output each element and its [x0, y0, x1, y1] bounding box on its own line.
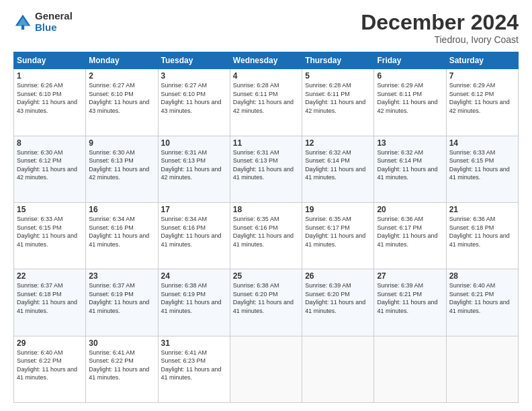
table-row: 7Sunrise: 6:29 AMSunset: 6:12 PMDaylight… [446, 69, 518, 136]
day-number: 3 [161, 71, 227, 81]
day-number: 16 [89, 205, 154, 214]
day-info: Sunrise: 6:35 AMSunset: 6:17 PMDaylight:… [305, 215, 371, 248]
day-number: 4 [233, 71, 299, 81]
logo-icon [13, 13, 32, 32]
calendar-week-row: 8Sunrise: 6:30 AMSunset: 6:12 PMDaylight… [14, 136, 519, 202]
day-info: Sunrise: 6:29 AMSunset: 6:11 PMDaylight:… [377, 81, 443, 115]
day-info: Sunrise: 6:26 AMSunset: 6:10 PMDaylight:… [17, 81, 83, 115]
table-row: 28Sunrise: 6:40 AMSunset: 6:21 PMDayligh… [446, 269, 518, 336]
table-row: 16Sunrise: 6:34 AMSunset: 6:16 PMDayligh… [86, 202, 158, 269]
day-info: Sunrise: 6:39 AMSunset: 6:20 PMDaylight:… [305, 281, 371, 315]
day-info: Sunrise: 6:40 AMSunset: 6:22 PMDaylight:… [17, 349, 83, 382]
main-title: December 2024 [361, 11, 519, 34]
table-row: 18Sunrise: 6:35 AMSunset: 6:16 PMDayligh… [230, 202, 302, 269]
table-row: 9Sunrise: 6:30 AMSunset: 6:13 PMDaylight… [86, 136, 158, 202]
calendar-week-row: 29Sunrise: 6:40 AMSunset: 6:22 PMDayligh… [14, 336, 519, 402]
table-row: 15Sunrise: 6:33 AMSunset: 6:15 PMDayligh… [14, 202, 86, 269]
day-number: 8 [17, 138, 83, 148]
svg-rect-2 [21, 25, 24, 30]
day-number: 24 [161, 271, 227, 281]
day-number: 21 [449, 205, 515, 214]
table-row: 13Sunrise: 6:32 AMSunset: 6:14 PMDayligh… [374, 136, 446, 202]
day-number: 23 [89, 271, 154, 281]
table-row: 22Sunrise: 6:37 AMSunset: 6:18 PMDayligh… [14, 269, 86, 336]
table-row: 30Sunrise: 6:41 AMSunset: 6:22 PMDayligh… [86, 336, 158, 402]
table-row: 17Sunrise: 6:34 AMSunset: 6:16 PMDayligh… [158, 202, 230, 269]
table-row: 31Sunrise: 6:41 AMSunset: 6:23 PMDayligh… [158, 336, 230, 402]
col-monday: Monday [86, 52, 158, 69]
day-number: 13 [377, 138, 443, 148]
day-number: 25 [233, 271, 299, 281]
table-row: 25Sunrise: 6:38 AMSunset: 6:20 PMDayligh… [230, 269, 302, 336]
day-info: Sunrise: 6:31 AMSunset: 6:13 PMDaylight:… [161, 148, 227, 182]
day-info: Sunrise: 6:41 AMSunset: 6:23 PMDaylight:… [161, 349, 227, 382]
day-number: 11 [233, 138, 299, 148]
day-number: 22 [17, 271, 83, 281]
day-info: Sunrise: 6:30 AMSunset: 6:12 PMDaylight:… [17, 148, 83, 182]
day-info: Sunrise: 6:37 AMSunset: 6:18 PMDaylight:… [17, 281, 83, 315]
day-number: 29 [17, 338, 83, 348]
day-info: Sunrise: 6:27 AMSunset: 6:10 PMDaylight:… [89, 81, 154, 115]
table-row: 27Sunrise: 6:39 AMSunset: 6:21 PMDayligh… [374, 269, 446, 336]
col-friday: Friday [374, 52, 446, 69]
table-row: 23Sunrise: 6:37 AMSunset: 6:19 PMDayligh… [86, 269, 158, 336]
table-row: 8Sunrise: 6:30 AMSunset: 6:12 PMDaylight… [14, 136, 86, 202]
subtitle: Tiedrou, Ivory Coast [361, 34, 519, 45]
table-row: 3Sunrise: 6:27 AMSunset: 6:10 PMDaylight… [158, 69, 230, 136]
day-info: Sunrise: 6:28 AMSunset: 6:11 PMDaylight:… [233, 81, 299, 115]
day-info: Sunrise: 6:33 AMSunset: 6:15 PMDaylight:… [17, 215, 83, 248]
day-number: 6 [377, 71, 443, 81]
table-row: 21Sunrise: 6:36 AMSunset: 6:18 PMDayligh… [446, 202, 518, 269]
day-number: 5 [305, 71, 371, 81]
day-number: 27 [377, 271, 443, 281]
logo-text: General Blue [35, 11, 73, 33]
table-row: 2Sunrise: 6:27 AMSunset: 6:10 PMDaylight… [86, 69, 158, 136]
day-info: Sunrise: 6:33 AMSunset: 6:15 PMDaylight:… [449, 148, 515, 182]
day-info: Sunrise: 6:34 AMSunset: 6:16 PMDaylight:… [161, 215, 227, 248]
table-row [446, 336, 518, 402]
day-info: Sunrise: 6:37 AMSunset: 6:19 PMDaylight:… [89, 281, 154, 315]
table-row: 19Sunrise: 6:35 AMSunset: 6:17 PMDayligh… [302, 202, 374, 269]
day-number: 15 [17, 205, 83, 214]
day-number: 28 [449, 271, 515, 281]
day-number: 20 [377, 205, 443, 214]
day-info: Sunrise: 6:36 AMSunset: 6:17 PMDaylight:… [377, 215, 443, 248]
table-row: 6Sunrise: 6:29 AMSunset: 6:11 PMDaylight… [374, 69, 446, 136]
day-info: Sunrise: 6:27 AMSunset: 6:10 PMDaylight:… [161, 81, 227, 115]
table-row: 29Sunrise: 6:40 AMSunset: 6:22 PMDayligh… [14, 336, 86, 402]
day-info: Sunrise: 6:38 AMSunset: 6:20 PMDaylight:… [233, 281, 299, 315]
day-info: Sunrise: 6:31 AMSunset: 6:13 PMDaylight:… [233, 148, 299, 182]
day-number: 7 [449, 71, 515, 81]
day-info: Sunrise: 6:36 AMSunset: 6:18 PMDaylight:… [449, 215, 515, 248]
table-row: 5Sunrise: 6:28 AMSunset: 6:11 PMDaylight… [302, 69, 374, 136]
day-number: 18 [233, 205, 299, 214]
day-info: Sunrise: 6:39 AMSunset: 6:21 PMDaylight:… [377, 281, 443, 315]
day-info: Sunrise: 6:32 AMSunset: 6:14 PMDaylight:… [377, 148, 443, 182]
day-number: 26 [305, 271, 371, 281]
table-row: 12Sunrise: 6:32 AMSunset: 6:14 PMDayligh… [302, 136, 374, 202]
calendar-week-row: 15Sunrise: 6:33 AMSunset: 6:15 PMDayligh… [14, 202, 519, 269]
day-info: Sunrise: 6:28 AMSunset: 6:11 PMDaylight:… [305, 81, 371, 115]
day-info: Sunrise: 6:41 AMSunset: 6:22 PMDaylight:… [89, 349, 154, 382]
day-info: Sunrise: 6:29 AMSunset: 6:12 PMDaylight:… [449, 81, 515, 115]
col-wednesday: Wednesday [230, 52, 302, 69]
day-number: 30 [89, 338, 154, 348]
table-row [374, 336, 446, 402]
table-row: 14Sunrise: 6:33 AMSunset: 6:15 PMDayligh… [446, 136, 518, 202]
calendar-week-row: 22Sunrise: 6:37 AMSunset: 6:18 PMDayligh… [14, 269, 519, 336]
day-number: 10 [161, 138, 227, 148]
day-info: Sunrise: 6:38 AMSunset: 6:19 PMDaylight:… [161, 281, 227, 315]
col-tuesday: Tuesday [158, 52, 230, 69]
day-info: Sunrise: 6:40 AMSunset: 6:21 PMDaylight:… [449, 281, 515, 315]
table-row: 10Sunrise: 6:31 AMSunset: 6:13 PMDayligh… [158, 136, 230, 202]
title-block: December 2024 Tiedrou, Ivory Coast [361, 11, 519, 45]
day-number: 19 [305, 205, 371, 214]
day-number: 9 [89, 138, 154, 148]
day-number: 12 [305, 138, 371, 148]
calendar-week-row: 1Sunrise: 6:26 AMSunset: 6:10 PMDaylight… [14, 69, 519, 136]
col-saturday: Saturday [446, 52, 518, 69]
calendar-table: Sunday Monday Tuesday Wednesday Thursday… [13, 52, 519, 403]
table-row: 4Sunrise: 6:28 AMSunset: 6:11 PMDaylight… [230, 69, 302, 136]
col-sunday: Sunday [14, 52, 86, 69]
day-number: 14 [449, 138, 515, 148]
